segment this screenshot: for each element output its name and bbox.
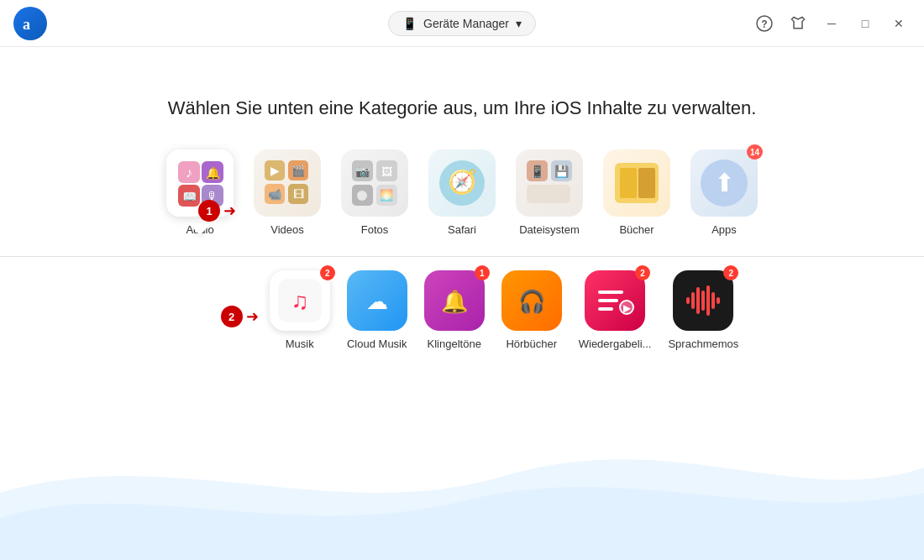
svg-rect-45 <box>598 299 618 302</box>
klingeltoene-icon: 1 🔔 <box>424 270 485 331</box>
shirt-icon[interactable] <box>786 12 810 35</box>
subcategory-hoerbuecher[interactable]: 🎧 Hörbücher <box>501 270 562 350</box>
category-dateisystem-label: Dateisystem <box>519 223 580 236</box>
annotation-number-2: 2 <box>221 306 243 327</box>
subcategory-klingeltoene[interactable]: 1 🔔 Klingeltöne <box>424 270 485 350</box>
titlebar-center: 📱 Geräte Manager ▾ <box>388 11 536 36</box>
svg-text:📷: 📷 <box>355 165 370 179</box>
annotation-number-1: 1 <box>198 200 220 222</box>
svg-text:📱: 📱 <box>530 165 545 179</box>
app-logo: a <box>13 7 47 40</box>
svg-text:♫: ♫ <box>291 288 308 314</box>
subcategory-sprachmemos[interactable]: 2 Sprachmemos <box>668 270 738 350</box>
titlebar-left: a <box>13 7 47 40</box>
annotation-arrow-2: ➜ <box>246 307 259 326</box>
category-apps[interactable]: 14 ⬆ Apps <box>690 149 758 236</box>
svg-text:🧭: 🧭 <box>448 168 477 196</box>
subcategory-musik[interactable]: 2 ♫ Musik <box>270 270 330 350</box>
apps-icon: 14 ⬆ <box>690 149 758 217</box>
klingeltoene-badge: 1 <box>475 265 490 280</box>
subcategory-musik-label: Musik <box>286 338 314 350</box>
category-safari-label: Safari <box>448 223 476 236</box>
safari-icon: 🧭 <box>428 149 496 217</box>
musik-icon: 2 ♫ <box>270 270 330 331</box>
svg-rect-49 <box>686 297 690 304</box>
device-manager-label: Geräte Manager <box>423 17 509 30</box>
svg-text:▶: ▶ <box>623 302 632 314</box>
background-waves <box>0 392 924 560</box>
subcategories-row: 2 ➜ 2 ♫ Musik ☁ Cloud Musik <box>270 270 739 350</box>
phone-icon: 📱 <box>402 17 417 30</box>
svg-text:⬆: ⬆ <box>714 169 735 196</box>
sprachmemos-icon: 2 <box>673 270 733 331</box>
category-fotos-label: Fotos <box>361 223 389 236</box>
wiedergabelisten-badge: 2 <box>635 265 650 280</box>
svg-text:♪: ♪ <box>186 165 192 180</box>
category-videos[interactable]: ▶ 🎬 📹 🎞 Videos <box>254 149 321 236</box>
minimize-button[interactable]: ─ <box>820 12 843 35</box>
svg-text:🎧: 🎧 <box>518 288 546 315</box>
subcategory-wiedergabelisten[interactable]: 2 ▶ Wiedergabeli... <box>579 270 652 350</box>
titlebar: a 📱 Geräte Manager ▾ ? ─ □ ✕ <box>0 0 924 47</box>
annotation-2: 2 ➜ <box>221 306 259 327</box>
buecher-icon <box>603 149 670 217</box>
videos-icon: ▶ 🎬 📹 🎞 <box>254 149 321 217</box>
svg-text:📖: 📖 <box>182 190 197 204</box>
svg-text:🔔: 🔔 <box>441 288 469 315</box>
fotos-icon: 📷 🖼 🌅 <box>341 149 408 217</box>
annotation-1: 1 ➜ <box>198 200 236 222</box>
svg-rect-33 <box>527 185 570 203</box>
svg-rect-54 <box>711 292 715 309</box>
svg-rect-46 <box>598 307 613 311</box>
category-fotos[interactable]: 📷 🖼 🌅 Fotos <box>341 149 408 236</box>
category-buecher-label: Bücher <box>619 223 654 236</box>
svg-rect-35 <box>620 168 637 198</box>
subcategory-cloud-musik[interactable]: ☁ Cloud Musik <box>347 270 407 350</box>
svg-rect-36 <box>638 168 655 198</box>
svg-text:📹: 📹 <box>268 187 282 201</box>
help-button[interactable]: ? <box>753 12 776 35</box>
svg-text:🌅: 🌅 <box>380 188 394 202</box>
category-videos-label: Videos <box>270 223 304 236</box>
categories-row: 1 ➜ ♪ 🔔 📖 🎙 <box>166 149 758 236</box>
dateisystem-icon: 📱 💾 <box>516 149 583 217</box>
titlebar-right: ? ─ □ ✕ <box>753 12 911 35</box>
close-button[interactable]: ✕ <box>887 12 911 35</box>
svg-text:?: ? <box>761 18 767 30</box>
category-apps-label: Apps <box>711 223 737 236</box>
subcategory-sprachmemos-label: Sprachmemos <box>668 338 738 350</box>
page-heading: Wählen Sie unten eine Kategorie aus, um … <box>168 97 757 119</box>
subcategory-wiedergabelisten-label: Wiedergabeli... <box>579 338 652 350</box>
wiedergabelisten-icon: 2 ▶ <box>585 270 645 331</box>
svg-point-24 <box>357 191 367 201</box>
category-safari[interactable]: 🧭 Safari <box>428 149 496 236</box>
svg-text:💾: 💾 <box>554 165 570 179</box>
chevron-down-icon: ▾ <box>516 17 522 30</box>
svg-text:🎞: 🎞 <box>293 188 304 201</box>
device-manager-button[interactable]: 📱 Geräte Manager ▾ <box>388 11 536 36</box>
category-buecher[interactable]: Bücher <box>603 149 670 236</box>
hoerbuecher-icon: 🎧 <box>501 270 562 331</box>
annotation-arrow-1: ➜ <box>223 201 236 220</box>
maximize-button[interactable]: □ <box>853 12 877 35</box>
svg-text:🖼: 🖼 <box>381 165 392 178</box>
sprachmemos-badge: 2 <box>723 265 738 280</box>
svg-text:▶: ▶ <box>270 164 280 177</box>
category-audio-arrow <box>188 223 212 235</box>
category-audio[interactable]: ♪ 🔔 📖 🎙 Audio <box>166 149 234 236</box>
category-dateisystem[interactable]: 📱 💾 Dateisystem <box>516 149 583 236</box>
svg-text:🎬: 🎬 <box>291 164 306 178</box>
subcategory-klingeltoene-label: Klingeltöne <box>428 338 481 350</box>
svg-rect-51 <box>696 287 700 314</box>
svg-text:☁: ☁ <box>366 289 388 314</box>
subcategory-hoerbuecher-label: Hörbücher <box>506 338 557 350</box>
musik-badge: 2 <box>320 265 335 280</box>
svg-rect-55 <box>717 297 720 304</box>
cloud-musik-icon: ☁ <box>347 270 407 331</box>
svg-text:🔔: 🔔 <box>206 166 221 181</box>
svg-rect-50 <box>691 292 695 309</box>
main-content: Wählen Sie unten eine Kategorie aus, um … <box>0 47 924 560</box>
svg-text:a: a <box>23 16 30 33</box>
svg-rect-52 <box>701 290 705 311</box>
svg-rect-53 <box>706 285 710 316</box>
